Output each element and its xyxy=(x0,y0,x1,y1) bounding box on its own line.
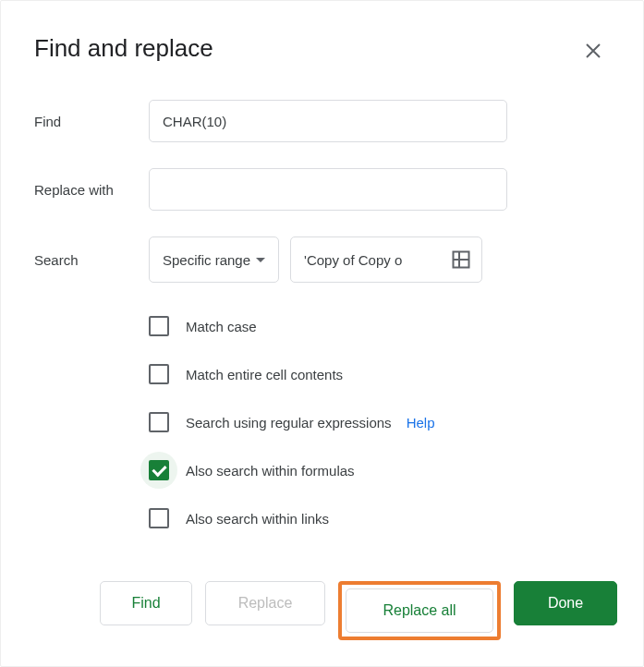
match-case-label: Match case xyxy=(186,319,257,334)
range-selector[interactable]: 'Copy of Copy o xyxy=(290,236,482,283)
search-formulas-label: Also search within formulas xyxy=(186,463,355,479)
find-label: Find xyxy=(34,114,149,129)
dialog-title: Find and replace xyxy=(34,34,610,63)
search-links-label: Also search within links xyxy=(186,511,329,527)
search-links-checkbox[interactable] xyxy=(149,508,169,528)
regex-help-link[interactable]: Help xyxy=(407,415,435,431)
options-group: Match case Match entire cell contents Se… xyxy=(149,316,610,528)
match-case-checkbox[interactable] xyxy=(149,316,169,336)
highlight-annotation: Replace all xyxy=(338,581,501,640)
close-icon xyxy=(586,43,601,58)
replace-button[interactable]: Replace xyxy=(205,581,325,625)
find-replace-dialog: Find and replace Find Replace with Searc… xyxy=(0,0,644,667)
replace-all-button[interactable]: Replace all xyxy=(346,588,493,633)
replace-input[interactable] xyxy=(149,168,507,211)
data-range-icon xyxy=(452,250,470,269)
regex-checkbox[interactable] xyxy=(149,412,169,432)
regex-label: Search using regular expressions xyxy=(186,415,392,431)
match-entire-label: Match entire cell contents xyxy=(186,367,343,382)
dialog-button-row: Find Replace Replace all Done xyxy=(100,581,617,640)
search-scope-value: Specific range xyxy=(163,252,250,268)
match-entire-checkbox[interactable] xyxy=(149,364,169,384)
chevron-down-icon xyxy=(256,258,265,262)
search-formulas-checkbox[interactable] xyxy=(149,460,169,480)
find-button[interactable]: Find xyxy=(100,581,192,625)
search-label: Search xyxy=(34,252,149,268)
search-scope-dropdown[interactable]: Specific range xyxy=(149,236,279,283)
done-button[interactable]: Done xyxy=(514,581,617,625)
replace-with-label: Replace with xyxy=(34,182,149,198)
range-value: 'Copy of Copy o xyxy=(304,252,402,268)
close-button[interactable] xyxy=(580,38,606,64)
find-input[interactable] xyxy=(149,100,507,142)
